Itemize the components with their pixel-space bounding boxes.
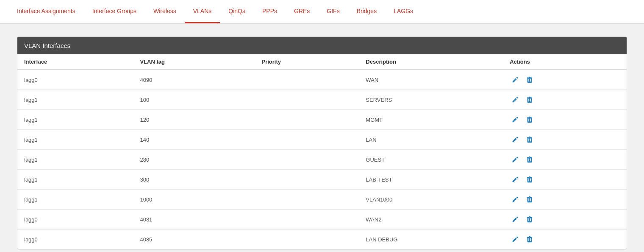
cell-priority-4 bbox=[255, 150, 359, 170]
cell-priority-6 bbox=[255, 190, 359, 210]
cell-description-1: SERVERS bbox=[359, 90, 503, 110]
cell-actions-1 bbox=[503, 90, 627, 110]
cell-actions-7 bbox=[503, 210, 627, 230]
cell-actions-0 bbox=[503, 70, 627, 90]
edit-button-8[interactable] bbox=[510, 234, 521, 245]
trash-icon bbox=[526, 216, 533, 223]
edit-button-7[interactable] bbox=[510, 214, 521, 225]
table-body: lagg04090WAN lagg1100SERVERS lagg1120MGM… bbox=[17, 70, 627, 249]
table-row: lagg1300LAB-TEST bbox=[17, 170, 627, 190]
cell-priority-8 bbox=[255, 230, 359, 249]
cell-interface-6: lagg1 bbox=[17, 190, 133, 210]
delete-button-5[interactable] bbox=[524, 174, 535, 185]
cell-vlan-tag-2: 120 bbox=[133, 110, 255, 130]
cell-vlan-tag-4: 280 bbox=[133, 150, 255, 170]
pencil-icon bbox=[511, 116, 519, 123]
delete-button-3[interactable] bbox=[524, 134, 535, 145]
cell-interface-3: lagg1 bbox=[17, 130, 133, 150]
cell-actions-4 bbox=[503, 150, 627, 170]
delete-button-8[interactable] bbox=[524, 234, 535, 245]
table-row: lagg11000VLAN1000 bbox=[17, 190, 627, 210]
table-row: lagg1280GUEST bbox=[17, 150, 627, 170]
pencil-icon bbox=[511, 136, 519, 143]
actions-cell-8 bbox=[510, 234, 620, 245]
nav-tab-qinqs[interactable]: QinQs bbox=[220, 0, 254, 23]
actions-cell-4 bbox=[510, 154, 620, 165]
edit-button-0[interactable] bbox=[510, 74, 521, 85]
edit-button-1[interactable] bbox=[510, 94, 521, 105]
cell-priority-1 bbox=[255, 90, 359, 110]
trash-icon bbox=[526, 235, 533, 243]
cell-interface-5: lagg1 bbox=[17, 170, 133, 190]
cell-actions-3 bbox=[503, 130, 627, 150]
delete-button-2[interactable] bbox=[524, 114, 535, 125]
pencil-icon bbox=[511, 156, 519, 163]
cell-actions-6 bbox=[503, 190, 627, 210]
cell-interface-4: lagg1 bbox=[17, 150, 133, 170]
edit-button-5[interactable] bbox=[510, 174, 521, 185]
nav-tab-bridges[interactable]: Bridges bbox=[348, 0, 385, 23]
actions-cell-1 bbox=[510, 94, 620, 105]
edit-button-3[interactable] bbox=[510, 134, 521, 145]
cell-description-0: WAN bbox=[359, 70, 503, 90]
trash-icon bbox=[526, 76, 533, 84]
nav-tab-vlans[interactable]: VLANs bbox=[185, 0, 220, 23]
cell-description-4: GUEST bbox=[359, 150, 503, 170]
nav-tab-wireless[interactable]: Wireless bbox=[145, 0, 185, 23]
trash-icon bbox=[526, 176, 533, 183]
cell-interface-2: lagg1 bbox=[17, 110, 133, 130]
nav-tab-ppps[interactable]: PPPs bbox=[254, 0, 286, 23]
nav-tab-interface-assignments[interactable]: Interface Assignments bbox=[8, 0, 84, 23]
actions-cell-5 bbox=[510, 174, 620, 185]
cell-interface-8: lagg0 bbox=[17, 230, 133, 249]
edit-button-2[interactable] bbox=[510, 114, 521, 125]
table-row: lagg04085LAN DEBUG bbox=[17, 230, 627, 249]
delete-button-0[interactable] bbox=[524, 74, 535, 85]
nav-tab-laggs[interactable]: LAGGs bbox=[385, 0, 422, 23]
actions-cell-6 bbox=[510, 194, 620, 205]
cell-description-6: VLAN1000 bbox=[359, 190, 503, 210]
pencil-icon bbox=[511, 235, 519, 243]
table-header-row: Interface VLAN tag Priority Description … bbox=[17, 54, 627, 70]
cell-interface-7: lagg0 bbox=[17, 210, 133, 230]
nav-tab-gifs[interactable]: GIFs bbox=[318, 0, 348, 23]
table-row: lagg1140LAN bbox=[17, 130, 627, 150]
pencil-icon bbox=[511, 96, 519, 104]
cell-description-8: LAN DEBUG bbox=[359, 230, 503, 249]
actions-cell-3 bbox=[510, 134, 620, 145]
cell-vlan-tag-7: 4081 bbox=[133, 210, 255, 230]
pencil-icon bbox=[511, 176, 519, 183]
cell-description-2: MGMT bbox=[359, 110, 503, 130]
actions-cell-7 bbox=[510, 214, 620, 225]
delete-button-7[interactable] bbox=[524, 214, 535, 225]
vlan-table: Interface VLAN tag Priority Description … bbox=[17, 54, 627, 249]
cell-description-7: WAN2 bbox=[359, 210, 503, 230]
actions-cell-2 bbox=[510, 114, 620, 125]
nav-tab-gres[interactable]: GREs bbox=[286, 0, 318, 23]
cell-vlan-tag-8: 4085 bbox=[133, 230, 255, 249]
cell-priority-7 bbox=[255, 210, 359, 230]
trash-icon bbox=[526, 116, 533, 123]
vlan-interfaces-card: VLAN Interfaces Interface VLAN tag Prior… bbox=[17, 36, 627, 249]
cell-vlan-tag-3: 140 bbox=[133, 130, 255, 150]
delete-button-6[interactable] bbox=[524, 194, 535, 205]
delete-button-1[interactable] bbox=[524, 94, 535, 105]
pencil-icon bbox=[511, 216, 519, 223]
card-title: VLAN Interfaces bbox=[24, 42, 70, 49]
pencil-icon bbox=[511, 76, 519, 84]
nav-tab-interface-groups[interactable]: Interface Groups bbox=[84, 0, 145, 23]
delete-button-4[interactable] bbox=[524, 154, 535, 165]
cell-interface-1: lagg1 bbox=[17, 90, 133, 110]
cell-vlan-tag-1: 100 bbox=[133, 90, 255, 110]
col-header-actions: Actions bbox=[503, 54, 627, 70]
cell-priority-3 bbox=[255, 130, 359, 150]
cell-interface-0: lagg0 bbox=[17, 70, 133, 90]
nav-tabs: Interface AssignmentsInterface GroupsWir… bbox=[0, 0, 644, 24]
cell-description-5: LAB-TEST bbox=[359, 170, 503, 190]
main-content: VLAN Interfaces Interface VLAN tag Prior… bbox=[0, 24, 644, 252]
edit-button-6[interactable] bbox=[510, 194, 521, 205]
edit-button-4[interactable] bbox=[510, 154, 521, 165]
cell-vlan-tag-5: 300 bbox=[133, 170, 255, 190]
cell-priority-5 bbox=[255, 170, 359, 190]
table-row: lagg1120MGMT bbox=[17, 110, 627, 130]
